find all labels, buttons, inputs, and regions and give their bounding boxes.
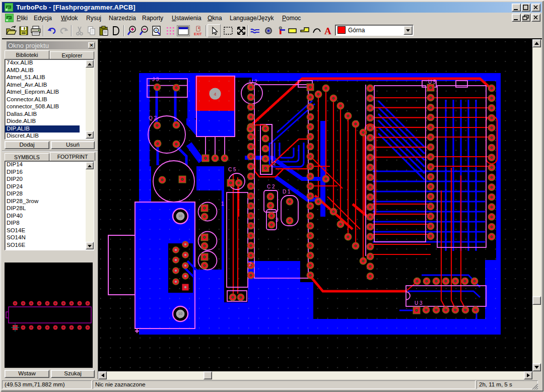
svg-text:A: A [324,26,331,36]
svg-text:EXIT: EXIT [194,32,202,36]
